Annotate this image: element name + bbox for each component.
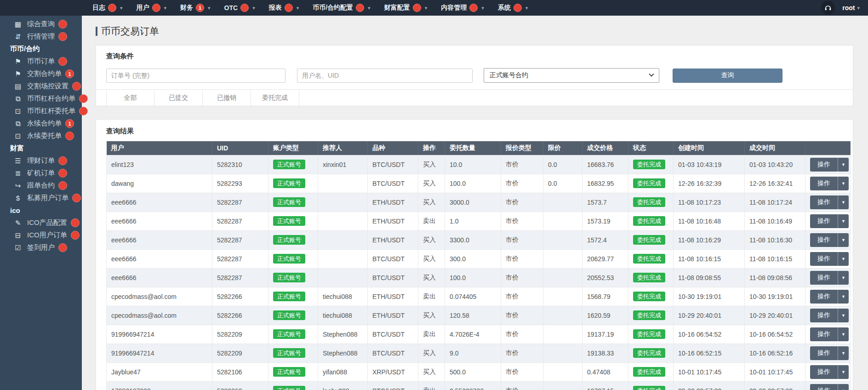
row-action-dropdown-toggle[interactable]: ▼ bbox=[838, 177, 849, 190]
cell-deal-price: 16683.76 bbox=[582, 155, 628, 174]
sidebar-item-contract-copy[interactable]: ⧉ 永续合约单 1 bbox=[0, 117, 82, 130]
sidebar-item-bookmark[interactable]: ⚑ 交割合约单 1 bbox=[0, 68, 82, 80]
title-accent-bar bbox=[96, 27, 97, 36]
row-action-dropdown-toggle[interactable]: ▼ bbox=[838, 290, 849, 304]
account-type-badge: 正式账号 bbox=[273, 216, 305, 226]
chevron-down-icon: ▾ bbox=[297, 5, 299, 11]
search-button[interactable]: 查询 bbox=[673, 69, 782, 83]
row-action-button[interactable]: 操作 bbox=[810, 158, 838, 172]
row-action-split-button: 操作 ▼ bbox=[810, 271, 849, 285]
user-menu[interactable]: root ▾ bbox=[842, 4, 860, 11]
topnav-menu-item[interactable]: 内容管理 ▾ bbox=[434, 0, 491, 16]
cell-symbol: BTC/USDT bbox=[368, 344, 418, 362]
row-action-button[interactable]: 操作 bbox=[810, 365, 838, 379]
topnav-menu-item[interactable]: 报表 ▾ bbox=[262, 0, 306, 16]
sidebar-item-finance-database[interactable]: ☰ 理财订单 bbox=[0, 155, 82, 167]
cell-created-time: 11-08 09:08:55 bbox=[674, 268, 745, 287]
cell-referrer bbox=[318, 230, 368, 249]
row-action-dropdown-toggle[interactable]: ▼ bbox=[838, 365, 849, 379]
status-filter-tab[interactable]: 委托完成 bbox=[251, 90, 299, 106]
topnav-menu-item[interactable]: 用户 ▾ bbox=[130, 0, 174, 16]
sidebar-item-miner-layers[interactable]: ≣ 矿机订单 bbox=[0, 167, 82, 179]
support-button[interactable] bbox=[821, 1, 835, 15]
topnav-menu-item[interactable]: 财富配置 ▾ bbox=[377, 0, 434, 16]
row-action-dropdown-toggle[interactable]: ▼ bbox=[838, 271, 849, 285]
row-action-button[interactable]: 操作 bbox=[810, 271, 838, 285]
sidebar-item-signin-check[interactable]: ☑ 签到用户 bbox=[0, 241, 82, 254]
cell-status: 委托完成 bbox=[628, 230, 674, 249]
cell-price-type: 市价 bbox=[501, 155, 543, 174]
status-filter-tab[interactable]: 全部 bbox=[106, 90, 154, 106]
row-action-dropdown-toggle[interactable]: ▼ bbox=[838, 327, 849, 341]
sidebar-item-follow-export[interactable]: ↪ 跟单合约 bbox=[0, 179, 82, 192]
sidebar-item-delegate-clock[interactable]: ⊡ 永续委托单 bbox=[0, 130, 82, 142]
sidebar-item-ico-product[interactable]: ✎ ICO产品配置 bbox=[0, 217, 82, 229]
sidebar-item-ico-user-monitor[interactable]: ⊟ ICO用户订单 bbox=[0, 229, 82, 241]
topnav-menu-item[interactable]: 日志 ▾ bbox=[86, 0, 130, 16]
order-id-input[interactable] bbox=[106, 69, 286, 83]
row-action-button[interactable]: 操作 bbox=[810, 290, 838, 304]
user-search-input[interactable] bbox=[297, 69, 473, 83]
delegate-clock-icon: ⊡ bbox=[12, 107, 23, 115]
row-action-button[interactable]: 操作 bbox=[810, 346, 838, 360]
row-action-button[interactable]: 操作 bbox=[810, 384, 838, 390]
status-badge: 委托完成 bbox=[633, 386, 665, 390]
ico-product-icon: ✎ bbox=[12, 219, 23, 227]
top-navbar: 日志 ▾ 用户 ▾ 财务 1 ▾ OTC ▾ 报表 ▾ 币币/合约配置 ▾ 财富… bbox=[0, 0, 868, 16]
search-panel: 查询条件 正式账号合约 查询 全部已提交已撤销委托完成 bbox=[96, 45, 853, 106]
row-action-dropdown-toggle[interactable]: ▼ bbox=[838, 309, 849, 322]
cell-deal-time: 10-29 20:40:01 bbox=[745, 306, 805, 325]
row-action-button[interactable]: 操作 bbox=[810, 309, 838, 322]
table-row: cpecodmass@aol.com 5282266 正式账号 tiechui0… bbox=[107, 287, 851, 306]
sidebar-section-label: 币币/合约 bbox=[0, 43, 82, 55]
column-header-deal_price: 成交价格 bbox=[582, 141, 628, 155]
cell-created-time: 01-03 10:43:19 bbox=[674, 155, 745, 174]
status-badge: 委托完成 bbox=[633, 310, 665, 321]
cell-price-type: 市价 bbox=[501, 230, 543, 249]
sidebar-item-bookmark[interactable]: ⚑ 币币订单 bbox=[0, 55, 82, 68]
sidebar-item-clipboard[interactable]: ▤ 交割场控设置 bbox=[0, 80, 82, 92]
notification-badge: 1 bbox=[196, 4, 204, 12]
notification-badge bbox=[240, 4, 249, 12]
row-action-dropdown-toggle[interactable]: ▼ bbox=[838, 252, 849, 266]
sidebar: ▦ 综合查询 ⇵ 行情管理 币币/合约 ⚑ 币币订单 ⚑ 交割合约单 1 ▤ 交… bbox=[0, 16, 82, 390]
sidebar-item-delegate-clock[interactable]: ⊡ 币币杠杆委托单 bbox=[0, 105, 82, 117]
row-action-dropdown-toggle[interactable]: ▼ bbox=[838, 214, 849, 228]
row-action-dropdown-toggle[interactable]: ▼ bbox=[838, 195, 849, 209]
status-filter-tab[interactable]: 已提交 bbox=[154, 90, 203, 106]
topnav-menu-item[interactable]: 币币/合约配置 ▾ bbox=[306, 0, 377, 16]
row-action-button[interactable]: 操作 bbox=[810, 252, 838, 266]
row-action-button[interactable]: 操作 bbox=[810, 233, 838, 247]
topnav-menu-item[interactable]: 财务 1 ▾ bbox=[173, 0, 217, 16]
cell-amount: 0.074405 bbox=[445, 287, 501, 306]
row-action-button[interactable]: 操作 bbox=[810, 327, 838, 341]
cell-referrer: tiechui088 bbox=[318, 287, 368, 306]
account-type-select[interactable]: 正式账号合约 bbox=[484, 68, 659, 83]
caret-down-icon: ▼ bbox=[841, 351, 845, 356]
sidebar-item-market-chart[interactable]: ⇵ 行情管理 bbox=[0, 30, 82, 43]
row-action-dropdown-toggle[interactable]: ▼ bbox=[838, 346, 849, 360]
cell-created-time: 10-29 20:40:01 bbox=[674, 306, 745, 325]
row-action-dropdown-toggle[interactable]: ▼ bbox=[838, 158, 849, 172]
finance-database-icon: ☰ bbox=[12, 157, 23, 165]
row-action-button[interactable]: 操作 bbox=[810, 214, 838, 228]
topnav-menu-item[interactable]: OTC ▾ bbox=[217, 0, 262, 16]
sidebar-item-contract-copy[interactable]: ⧉ 币币杠杆合约单 bbox=[0, 92, 82, 105]
cell-referrer: tiechui088 bbox=[318, 306, 368, 325]
notification-badge: 1 bbox=[65, 119, 74, 128]
cell-limit-price bbox=[543, 287, 582, 306]
sidebar-item-grid[interactable]: ▦ 综合查询 bbox=[0, 18, 82, 30]
row-action-button[interactable]: 操作 bbox=[810, 177, 838, 190]
row-action-dropdown-toggle[interactable]: ▼ bbox=[838, 384, 849, 390]
cell-uid: 5282287 bbox=[212, 230, 268, 249]
cell-limit-price: 0.0 bbox=[543, 174, 582, 193]
status-filter-tab[interactable]: 已撤销 bbox=[203, 90, 251, 106]
cell-limit-price bbox=[543, 268, 582, 287]
cell-user: cpecodmass@aol.com bbox=[107, 287, 212, 306]
sidebar-item-dollar[interactable]: $ 私募用户订单 bbox=[0, 192, 82, 204]
cell-created-time: 11-08 10:16:48 bbox=[674, 212, 745, 230]
topnav-menu-item[interactable]: 系统 ▾ bbox=[491, 0, 535, 16]
cell-referrer bbox=[318, 249, 368, 268]
row-action-button[interactable]: 操作 bbox=[810, 195, 838, 209]
row-action-dropdown-toggle[interactable]: ▼ bbox=[838, 233, 849, 247]
